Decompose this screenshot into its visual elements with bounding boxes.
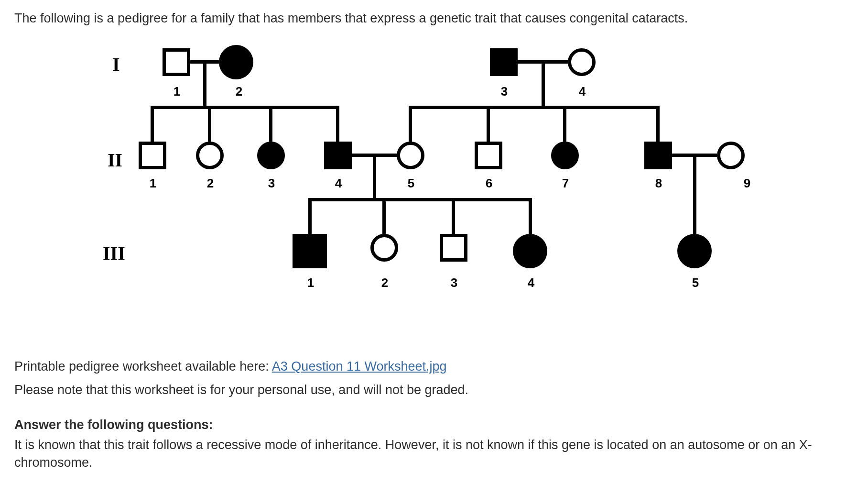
pedigree-line	[656, 106, 660, 142]
individual-I-4-female-unaffected	[568, 48, 596, 76]
individual-II-7-female-affected	[551, 142, 579, 169]
individual-III-1-male-affected	[293, 234, 327, 268]
pedigree-line	[373, 157, 376, 201]
mating-line-II4-II5	[352, 154, 397, 157]
pedigree-line	[336, 106, 339, 142]
label-II-9: 9	[740, 176, 754, 191]
individual-III-3-male-unaffected	[440, 234, 467, 262]
question-body: It is known that this trait follows a re…	[14, 436, 854, 471]
label-II-7: 7	[558, 176, 573, 191]
label-I-1: 1	[170, 84, 184, 99]
individual-II-1-male-unaffected	[139, 142, 166, 169]
label-III-2: 2	[378, 275, 392, 290]
label-II-6: 6	[482, 176, 496, 191]
label-II-3: 3	[264, 176, 279, 191]
label-I-3: 3	[497, 84, 511, 99]
individual-I-3-male-affected	[490, 48, 518, 76]
worksheet-note: Please note that this worksheet is for y…	[14, 380, 854, 400]
individual-III-5-female-affected	[677, 234, 712, 268]
pedigree-diagram: I II III 1 2 3 4 1 2 3 4 5	[115, 46, 832, 333]
label-I-4: 4	[575, 84, 589, 99]
mating-line-I3-I4	[518, 60, 568, 64]
individual-I-2-female-affected	[219, 45, 253, 79]
label-II-2: 2	[203, 176, 217, 191]
pedigree-line	[208, 106, 211, 142]
gen-2-label: II	[108, 149, 122, 171]
gen-3-label: III	[103, 242, 125, 264]
label-III-5: 5	[688, 275, 703, 290]
pedigree-line	[269, 106, 272, 142]
label-III-1: 1	[304, 275, 318, 290]
individual-III-2-female-unaffected	[370, 234, 398, 262]
label-III-3: 3	[447, 275, 461, 290]
printable-line: Printable pedigree worksheet available h…	[14, 357, 854, 376]
pedigree-line	[409, 106, 412, 142]
pedigree-line	[563, 106, 566, 142]
mating-line-II8-II9	[672, 154, 717, 157]
individual-II-8-male-affected	[644, 142, 672, 169]
pedigree-line	[529, 198, 532, 234]
pedigree-line	[308, 198, 312, 234]
answer-heading: Answer the following questions:	[14, 418, 854, 432]
pedigree-line	[382, 198, 386, 234]
label-II-5: 5	[404, 176, 418, 191]
label-II-1: 1	[146, 176, 160, 191]
individual-II-6-male-unaffected	[475, 142, 502, 169]
mating-line-I1-I2	[190, 60, 219, 64]
pedigree-line	[693, 157, 696, 234]
label-I-2: 2	[232, 84, 246, 99]
individual-II-3-female-affected	[257, 142, 285, 169]
pedigree-line	[542, 64, 545, 109]
individual-II-2-female-unaffected	[196, 142, 224, 169]
individual-I-1-male-unaffected	[163, 48, 190, 76]
individual-III-4-female-affected	[513, 234, 547, 268]
pedigree-line	[487, 106, 490, 142]
individual-II-5-female-unaffected	[397, 142, 424, 169]
individual-II-9-female-unaffected	[717, 142, 745, 169]
label-II-4: 4	[331, 176, 346, 191]
pedigree-line	[203, 64, 206, 109]
pedigree-line	[151, 106, 339, 109]
pedigree-line	[308, 198, 532, 201]
gen-1-label: I	[112, 53, 120, 76]
printable-prefix: Printable pedigree worksheet available h…	[14, 359, 272, 374]
individual-II-4-male-affected	[324, 142, 352, 169]
worksheet-link[interactable]: A3 Question 11 Worksheet.jpg	[272, 359, 447, 374]
pedigree-line	[452, 198, 455, 234]
pedigree-line	[409, 106, 660, 109]
label-II-8: 8	[651, 176, 666, 191]
intro-text: The following is a pedigree for a family…	[14, 10, 854, 27]
pedigree-line	[151, 106, 154, 142]
label-III-4: 4	[524, 275, 538, 290]
